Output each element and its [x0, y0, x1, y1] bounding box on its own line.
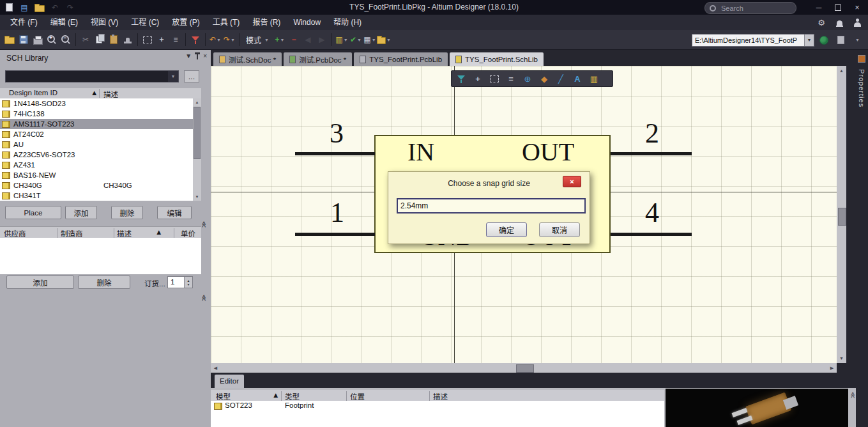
cancel-button[interactable]: 取消 [539, 222, 580, 237]
column-location[interactable]: 位置 [350, 391, 365, 401]
column-supplier[interactable]: 供应商 [4, 228, 26, 238]
menu-item[interactable]: 工具 (T) [206, 15, 247, 30]
close-window-button[interactable]: × [848, 0, 867, 15]
add-supplier-button[interactable]: 添加 [6, 276, 74, 289]
line-tool-button[interactable]: ╱ [553, 72, 568, 86]
undo-button[interactable]: ↶▼ [208, 33, 222, 47]
document-tab[interactable]: 测试.SchDoc * [213, 52, 282, 66]
panel-close-icon[interactable]: × [203, 53, 207, 59]
scroll-right-icon[interactable]: ▶ [827, 363, 837, 373]
scroll-up-icon[interactable]: ▲ [837, 66, 846, 75]
properties-panel-icon[interactable] [858, 55, 865, 63]
column-divider[interactable] [99, 89, 100, 98]
previous-mode-button[interactable]: ◀ [301, 33, 315, 47]
component-list-item[interactable]: CH340G CH340G [0, 180, 201, 190]
scroll-up-icon[interactable]: ▲ [193, 98, 201, 106]
filter-button[interactable] [453, 72, 469, 86]
library-filter-input[interactable] [6, 71, 168, 82]
menu-item[interactable]: 文件 (F) [4, 15, 44, 30]
canvas-horizontal-scrollbar[interactable]: ◀ ▶ [211, 363, 837, 373]
dialog-close-button[interactable]: × [563, 176, 581, 187]
open-project-button[interactable] [33, 1, 46, 13]
snap-tool-button[interactable]: ⊕ [520, 72, 535, 86]
text-tool-button[interactable]: A [570, 72, 585, 86]
column-type[interactable]: 类型 [285, 391, 300, 401]
delete-supplier-button[interactable]: 删除 [78, 276, 130, 289]
model-table-header[interactable]: 模型 ▲ 类型 位置 描述 [211, 390, 664, 401]
canvas-vertical-scrollbar[interactable]: ▲ ▼ [837, 66, 846, 363]
panel-menu-chevron-icon[interactable]: ▼ [185, 53, 192, 59]
polygon-tool-button[interactable]: ◆ [537, 72, 552, 86]
collapse-panel-icon[interactable]: ≪ [849, 392, 856, 398]
pin-1-wire[interactable] [295, 233, 375, 236]
ok-button[interactable]: 确定 [486, 222, 527, 237]
selection-tool-button[interactable] [487, 72, 502, 86]
align-button[interactable]: ≡ [169, 33, 183, 47]
editor-tab[interactable]: Editor [215, 375, 244, 388]
collapse-section-icon[interactable]: ≪ [201, 221, 207, 228]
component-list-item[interactable]: AU [0, 139, 201, 150]
stepper-arrows[interactable]: ▲ ▼ [184, 277, 192, 288]
storage-path-combo[interactable]: E:\AltiumDesigner14\TYS_FootP ▼ [692, 34, 814, 47]
library-browse-button[interactable]: … [184, 70, 199, 82]
sheet-symbol-button[interactable]: ▥▼ [335, 33, 349, 47]
cut-button[interactable]: ✂ [79, 33, 93, 47]
menu-item[interactable]: 编辑 (E) [44, 15, 84, 30]
column-unit-price[interactable]: 单价 [181, 228, 195, 238]
properties-panel-tab[interactable]: Properties [858, 69, 865, 107]
copy-button[interactable] [93, 33, 107, 47]
grid-settings-button[interactable]: ▦▼ [363, 33, 377, 47]
maximize-button[interactable] [828, 0, 848, 15]
zoom-in-button[interactable]: + [45, 33, 59, 47]
component-list-scrollbar[interactable]: ▲ ▼ [193, 98, 201, 201]
component-list-item[interactable]: BAS16-NEW [0, 170, 201, 180]
component-list-item[interactable]: AZ431 [0, 160, 201, 170]
supplier-table-body[interactable] [0, 238, 201, 274]
global-search-box[interactable] [704, 2, 796, 14]
footprint-3d-preview[interactable] [666, 389, 848, 427]
notifications-button[interactable] [834, 17, 845, 28]
sheet-tool-button[interactable]: ▥ [586, 72, 602, 86]
menu-item[interactable]: 放置 (P) [165, 15, 206, 30]
redo-button[interactable]: ↷▼ [222, 33, 236, 47]
menu-item[interactable]: 帮助 (H) [327, 15, 368, 30]
column-model[interactable]: 模型 [216, 391, 231, 401]
delete-component-button[interactable]: 删除 [111, 206, 143, 219]
titlebar-undo-button[interactable]: ↶ [49, 1, 61, 13]
move-tool-button[interactable]: + [470, 72, 485, 86]
menu-item[interactable]: Window [287, 15, 327, 30]
clear-filter-button[interactable] [188, 33, 202, 47]
scrollbar-thumb[interactable] [838, 208, 846, 226]
document-tab[interactable]: TYS_FootPrint.PcbLib [354, 52, 448, 66]
scroll-down-icon[interactable]: ▼ [193, 193, 201, 201]
minimize-button[interactable]: ─ [809, 0, 828, 15]
titlebar-redo-button[interactable]: ↷ [64, 1, 77, 13]
column-manufacturer[interactable]: 制造商 [61, 228, 83, 238]
document-options-button[interactable] [834, 33, 848, 47]
menu-item[interactable]: 报告 (R) [246, 15, 287, 30]
place-button[interactable]: Place [5, 206, 61, 219]
menu-item[interactable]: 工程 (C) [125, 15, 165, 30]
new-document-button[interactable] [3, 1, 15, 13]
titlebar[interactable]: ▤ ↶ ↷ TYS_FootPrint.LibPkg - Altium Desi… [0, 0, 868, 15]
column-description[interactable]: 描述 [103, 89, 118, 99]
component-list-item[interactable]: 1N4148-SOD23 [0, 98, 201, 109]
component-list[interactable]: 1N4148-SOD23 74HC138 AMS1117-SOT223 [0, 98, 201, 201]
component-list-item[interactable]: AT24C02 [0, 129, 201, 139]
save-button[interactable] [17, 33, 31, 47]
column-design-item-id[interactable]: Design Item ID [9, 89, 57, 97]
web-library-button[interactable] [817, 33, 831, 47]
select-area-button[interactable] [141, 33, 155, 47]
component-list-item[interactable]: 74HC138 [0, 109, 201, 119]
add-mode-button[interactable]: +▼ [273, 33, 287, 47]
zoom-out-button[interactable]: − [59, 33, 73, 47]
mode-dropdown[interactable]: 模式 ▼ [242, 35, 273, 45]
add-component-button[interactable]: 添加 [65, 206, 97, 219]
order-quantity-value[interactable]: 1 [168, 277, 184, 288]
account-button[interactable] [851, 17, 863, 28]
pin-2-wire[interactable] [611, 152, 692, 155]
scrollbar-thumb[interactable] [194, 107, 201, 159]
component-list-item[interactable]: AZ23C5V6-SOT23 [0, 150, 201, 160]
validate-button[interactable]: ✔▼ [349, 33, 363, 47]
layers-button[interactable]: ▤ [18, 1, 31, 13]
